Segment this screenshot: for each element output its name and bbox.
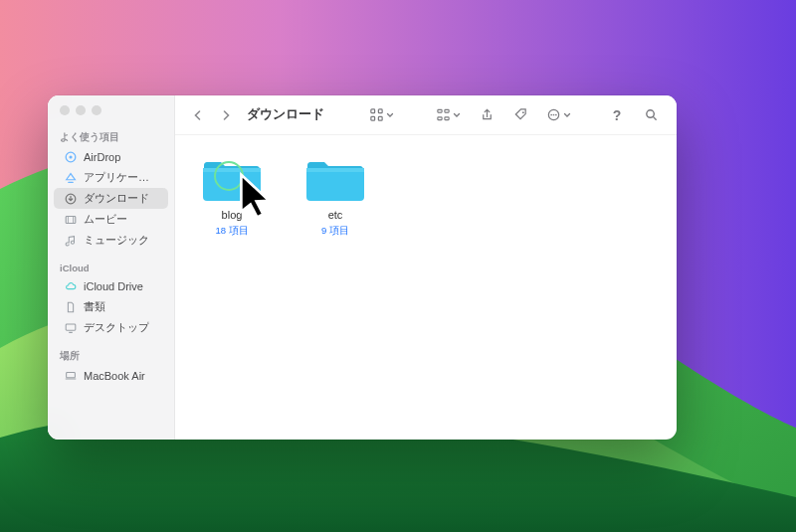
tags-button[interactable]	[506, 103, 534, 127]
chevron-down-icon	[453, 111, 461, 119]
search-button[interactable]	[637, 103, 665, 127]
svg-rect-14	[445, 117, 449, 120]
folder-item-count: 9 項目	[321, 225, 349, 238]
close-dot[interactable]	[60, 105, 70, 115]
sidebar-item-applications[interactable]: アプリケーシ…	[54, 167, 168, 188]
sidebar-item-movies[interactable]: ムービー	[54, 209, 168, 230]
finder-window: よく使う項目 AirDrop アプリケーシ… ダウンロード ムービー ミュージッ…	[48, 95, 677, 440]
action-menu-button[interactable]	[540, 103, 577, 127]
applications-icon	[64, 171, 78, 185]
desktop-icon	[64, 321, 78, 335]
svg-rect-7	[371, 109, 375, 113]
sidebar-item-music[interactable]: ミュージック	[54, 230, 168, 251]
movies-icon	[64, 213, 78, 227]
share-button[interactable]	[473, 103, 500, 127]
group-button[interactable]	[430, 103, 467, 127]
toolbar: ダウンロード ?	[175, 95, 677, 135]
view-mode-button[interactable]	[363, 103, 400, 127]
sidebar-item-label: 書類	[84, 299, 105, 314]
sidebar-item-label: アプリケーシ…	[84, 170, 158, 185]
chevron-down-icon	[563, 111, 571, 119]
sidebar-item-downloads[interactable]: ダウンロード	[54, 188, 168, 209]
svg-rect-9	[371, 116, 375, 120]
sidebar-item-desktop[interactable]: デスクトップ	[54, 317, 168, 338]
svg-rect-5	[66, 324, 76, 330]
folder-icon	[303, 153, 367, 205]
downloads-icon	[64, 192, 78, 206]
folder-item[interactable]: blog 18 項目	[191, 153, 273, 238]
sidebar-item-label: ミュージック	[84, 233, 149, 248]
svg-rect-4	[66, 216, 76, 223]
sidebar-item-macbook-air[interactable]: MacBook Air	[54, 366, 168, 386]
svg-rect-13	[438, 117, 442, 120]
folder-item-count: 18 項目	[215, 225, 248, 238]
help-button[interactable]: ?	[603, 103, 631, 127]
svg-point-17	[550, 114, 552, 116]
sidebar-item-label: ダウンロード	[84, 191, 149, 206]
svg-rect-12	[445, 109, 449, 112]
svg-rect-8	[378, 109, 382, 113]
svg-point-2	[69, 155, 72, 158]
sidebar-item-label: MacBook Air	[84, 370, 145, 382]
sidebar-item-label: デスクトップ	[84, 320, 149, 335]
sidebar-item-icloud-drive[interactable]: iCloud Drive	[54, 276, 168, 296]
cursor-icon	[228, 171, 292, 223]
sidebar-item-airdrop[interactable]: AirDrop	[54, 147, 168, 167]
svg-point-19	[555, 114, 557, 116]
svg-point-15	[521, 111, 523, 113]
sidebar-item-label: AirDrop	[84, 151, 120, 163]
minimize-dot[interactable]	[76, 105, 86, 115]
sidebar-header-icloud: iCloud	[48, 259, 174, 276]
music-icon	[64, 234, 78, 248]
sidebar-item-label: iCloud Drive	[84, 280, 143, 292]
folder-name: etc	[328, 209, 343, 221]
laptop-icon	[64, 369, 78, 383]
back-button[interactable]	[187, 104, 209, 126]
zoom-dot[interactable]	[92, 105, 101, 115]
sidebar-header-favorites: よく使う項目	[48, 127, 174, 147]
content-area[interactable]: blog 18 項目 etc 9 項目	[175, 135, 677, 440]
forward-button[interactable]	[215, 104, 237, 126]
main-panel: ダウンロード ?	[175, 95, 677, 440]
cloud-icon	[64, 279, 78, 293]
airdrop-icon	[64, 150, 78, 164]
svg-rect-6	[67, 373, 76, 378]
sidebar: よく使う項目 AirDrop アプリケーシ… ダウンロード ムービー ミュージッ…	[48, 95, 175, 440]
svg-rect-24	[306, 168, 364, 172]
window-title: ダウンロード	[243, 106, 324, 123]
documents-icon	[64, 300, 78, 314]
chevron-down-icon	[386, 111, 394, 119]
svg-rect-10	[378, 116, 382, 120]
svg-rect-11	[438, 109, 442, 112]
sidebar-item-label: ムービー	[84, 212, 127, 227]
window-controls[interactable]	[48, 105, 174, 127]
sidebar-item-documents[interactable]: 書類	[54, 296, 168, 317]
svg-rect-23	[306, 168, 364, 201]
svg-point-18	[553, 114, 555, 116]
folder-item[interactable]: etc 9 項目	[295, 153, 376, 238]
sidebar-header-locations: 場所	[48, 346, 174, 366]
folder-icon	[200, 153, 264, 205]
